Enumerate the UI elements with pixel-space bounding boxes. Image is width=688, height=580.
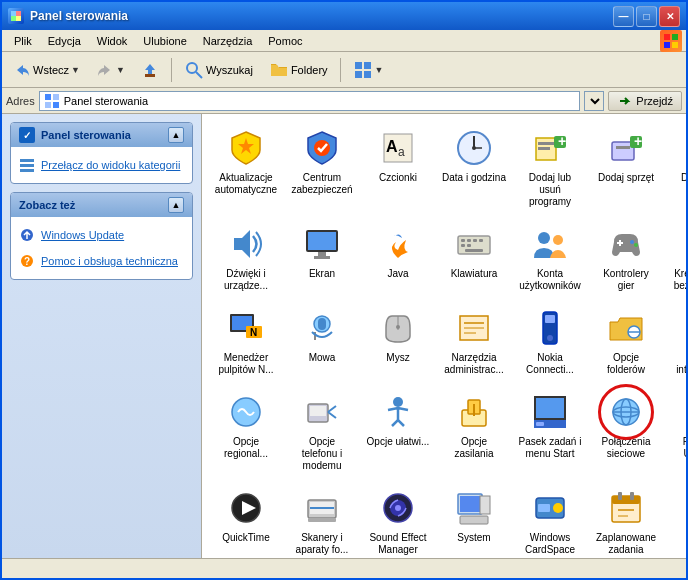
- icon-label-drukarki: Drukarki i faksy: [670, 172, 686, 196]
- icon-image-java: [378, 224, 418, 264]
- search-button[interactable]: Wyszukaj: [177, 56, 260, 84]
- icon-label-dodaj-usun: Dodaj lub usuń programy: [518, 172, 582, 208]
- svg-rect-56: [461, 244, 465, 247]
- svg-rect-4: [664, 34, 670, 40]
- icon-opcje-zasilania[interactable]: Opcje zasilania: [438, 386, 510, 478]
- icon-dzwieki[interactable]: Dźwięki i urządze...: [210, 218, 282, 298]
- svg-rect-123: [612, 496, 640, 504]
- icon-data[interactable]: Data i godzina: [438, 122, 510, 214]
- icon-opcje-ulatwi[interactable]: Opcje ułatwi...: [362, 386, 434, 478]
- icon-polaczenia[interactable]: Połączenia sieciowe: [590, 386, 662, 478]
- sidebar: ✓ Panel sterowania ▲ Przełącz do widoku …: [2, 114, 202, 558]
- icon-aktualizacje[interactable]: Aktualizacje automatyczne: [210, 122, 282, 214]
- icon-kreator[interactable]: Kreator sieci bezprzewo...: [666, 218, 686, 298]
- icon-windows-card[interactable]: Windows CardSpace: [514, 482, 586, 558]
- icon-label-dzwieki: Dźwięki i urządze...: [214, 268, 278, 292]
- windows-update-link[interactable]: Windows Update: [19, 225, 184, 245]
- icon-dodaj-sprzet[interactable]: +Dodaj sprzęt: [590, 122, 662, 214]
- sidebar-panel-control-header[interactable]: ✓ Panel sterowania ▲: [11, 123, 192, 147]
- maximize-button[interactable]: □: [636, 6, 657, 27]
- forward-button[interactable]: ▼: [89, 57, 132, 83]
- views-button[interactable]: ▼: [346, 56, 391, 84]
- icon-image-opcje-folderow: [606, 308, 646, 348]
- menu-help[interactable]: Pomoc: [260, 33, 310, 49]
- icon-klawiatura[interactable]: Klawiatura: [438, 218, 510, 298]
- icon-label-klawiatura: Klawiatura: [451, 268, 498, 280]
- icon-mysz[interactable]: Mysz: [362, 302, 434, 382]
- address-dropdown[interactable]: [584, 91, 604, 111]
- folders-icon: [269, 60, 289, 80]
- icon-nokia[interactable]: Nokia Connecti...: [514, 302, 586, 382]
- menu-file[interactable]: Plik: [6, 33, 40, 49]
- minimize-button[interactable]: —: [613, 6, 634, 27]
- go-icon: [617, 93, 633, 109]
- icon-system[interactable]: System: [438, 482, 510, 558]
- views-dropdown-arrow[interactable]: ▼: [375, 65, 384, 75]
- see-also-collapse-btn[interactable]: ▲: [168, 197, 184, 213]
- folders-button[interactable]: Foldery: [262, 56, 335, 84]
- svg-text:+: +: [634, 133, 642, 149]
- icon-dodaj-usun[interactable]: +Dodaj lub usuń programy: [514, 122, 586, 214]
- icon-menedzer[interactable]: NMenedżer pulpitów N...: [210, 302, 282, 382]
- icon-drukarki[interactable]: Drukarki i faksy: [666, 122, 686, 214]
- menu-edit[interactable]: Edycja: [40, 33, 89, 49]
- svg-text:+: +: [558, 133, 566, 149]
- icon-opcje-telefonu[interactable]: Opcje telefonu i modemu: [286, 386, 358, 478]
- svg-rect-2: [11, 16, 16, 21]
- up-button[interactable]: [134, 57, 166, 83]
- main-content: ✓ Panel sterowania ▲ Przełącz do widoku …: [2, 114, 686, 558]
- panel-collapse-btn[interactable]: ▲: [168, 127, 184, 143]
- svg-rect-58: [465, 249, 483, 252]
- icons-area: Aktualizacje automatyczneCentrum zabezpi…: [202, 114, 686, 558]
- icon-image-kreator: [682, 224, 686, 264]
- icon-image-zaplanowane: [606, 488, 646, 528]
- views-icon: [353, 60, 373, 80]
- icon-zaplanowane[interactable]: Zaplanowane zadania: [590, 482, 662, 558]
- svg-text:N: N: [250, 327, 257, 338]
- go-button[interactable]: Przejdź: [608, 91, 682, 111]
- sidebar-see-also-header[interactable]: Zobacz też ▲: [11, 193, 192, 217]
- icon-ekran[interactable]: Ekran: [286, 218, 358, 298]
- back-button[interactable]: Wstecz ▼: [6, 57, 87, 83]
- forward-dropdown-arrow[interactable]: ▼: [116, 65, 125, 75]
- icon-quicktime[interactable]: QuickTime: [210, 482, 282, 558]
- help-link[interactable]: ? Pomoc i obsługa techniczna: [19, 251, 184, 271]
- svg-rect-21: [20, 169, 34, 172]
- sidebar-panel-control-title: ✓ Panel sterowania: [19, 127, 131, 143]
- icon-opcje-internet[interactable]: Opcje internetowe: [666, 302, 686, 382]
- icon-centrum[interactable]: Centrum zabezpieczeń: [286, 122, 358, 214]
- icon-label-konta: Konta użytkowników: [518, 268, 582, 292]
- icon-java[interactable]: Java: [362, 218, 434, 298]
- icon-kontrolery[interactable]: Kontrolery gier: [590, 218, 662, 298]
- svg-point-9: [187, 63, 197, 73]
- icon-konta[interactable]: Konta użytkowników: [514, 218, 586, 298]
- menu-favorites[interactable]: Ulubione: [135, 33, 194, 49]
- icon-image-opcje-internet: [682, 308, 686, 348]
- search-icon: [184, 60, 204, 80]
- svg-point-64: [634, 243, 638, 247]
- back-dropdown-arrow[interactable]: ▼: [71, 65, 80, 75]
- icon-program-updates[interactable]: Program Updates: [666, 386, 686, 478]
- address-label: Adres: [6, 95, 35, 107]
- icon-narzedzia[interactable]: Narzędzia administrac...: [438, 302, 510, 382]
- switch-view-link[interactable]: Przełącz do widoku kategorii: [19, 155, 184, 175]
- svg-rect-100: [536, 422, 544, 426]
- svg-point-121: [553, 503, 563, 513]
- svg-rect-48: [308, 232, 336, 250]
- svg-rect-92: [310, 406, 326, 416]
- icon-opcje-regional[interactable]: Opcje regional...: [210, 386, 282, 478]
- icon-label-opcje-zasilania: Opcje zasilania: [442, 436, 506, 460]
- icon-pasek-zadan[interactable]: Pasek zadań i menu Start: [514, 386, 586, 478]
- icon-label-polaczenia: Połączenia sieciowe: [594, 436, 658, 460]
- icon-czcionki[interactable]: AaCzcionki: [362, 122, 434, 214]
- icon-mowa[interactable]: Mowa: [286, 302, 358, 382]
- icon-image-opcje-ulatwi: [378, 392, 418, 432]
- svg-rect-16: [53, 94, 59, 100]
- close-button[interactable]: ✕: [659, 6, 680, 27]
- menu-view[interactable]: Widok: [89, 33, 136, 49]
- icon-opcje-folderow[interactable]: Opcje folderów: [590, 302, 662, 382]
- icon-zapora[interactable]: Zapora syste...: [666, 482, 686, 558]
- icon-sound-effect[interactable]: Sound Effect Manager: [362, 482, 434, 558]
- icon-skanery[interactable]: Skanery i aparaty fo...: [286, 482, 358, 558]
- menu-tools[interactable]: Narzędzia: [195, 33, 261, 49]
